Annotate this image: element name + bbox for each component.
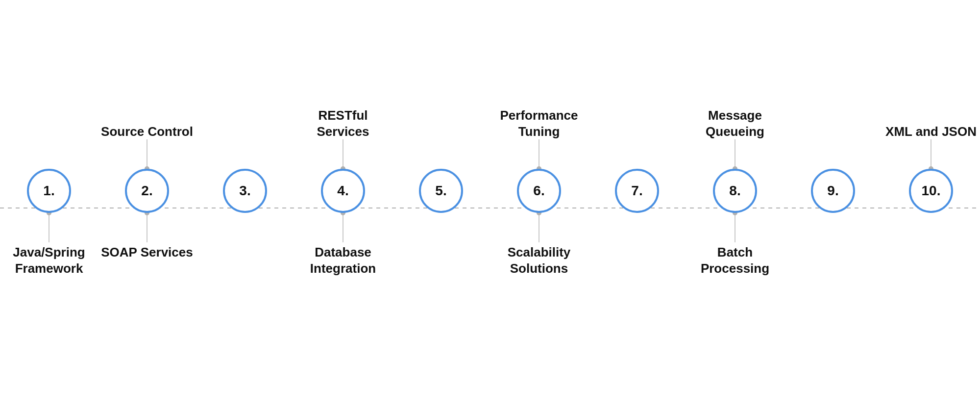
step-col-8: MessageQueueing8.BatchProcessing: [686, 61, 784, 355]
step-circle-8[interactable]: 8.: [713, 169, 757, 213]
connector-bottom-4: [343, 213, 343, 242]
label-bottom-8: BatchProcessing: [701, 242, 769, 301]
step-circle-9[interactable]: 9.: [811, 169, 855, 213]
step-col-6: PerformanceTuning6.ScalabilitySolutions: [490, 61, 588, 355]
connector-top-4: [343, 139, 343, 169]
connector-bottom-1: [49, 213, 49, 242]
connector-bottom-2: [147, 213, 147, 242]
label-top-8: MessageQueueing: [706, 61, 764, 139]
step-col-7: 7.: [588, 61, 686, 355]
step-circle-3[interactable]: 3.: [223, 169, 267, 213]
connector-top-10: [931, 139, 931, 169]
step-circle-5[interactable]: 5.: [419, 169, 463, 213]
step-circle-6[interactable]: 6.: [517, 169, 561, 213]
connector-top-6: [539, 139, 539, 169]
step-circle-7[interactable]: 7.: [615, 169, 659, 213]
step-circle-1[interactable]: 1.: [27, 169, 71, 213]
label-top-10: XML and JSON: [885, 61, 977, 139]
step-col-3: 3.: [196, 61, 294, 355]
step-col-4: RESTfulServices4.DatabaseIntegration: [294, 61, 392, 355]
connector-bottom-8: [735, 213, 735, 242]
step-circle-2[interactable]: 2.: [125, 169, 169, 213]
step-col-2: Source Control2.SOAP Services: [98, 61, 196, 355]
step-circle-10[interactable]: 10.: [909, 169, 953, 213]
label-top-6: PerformanceTuning: [500, 61, 578, 139]
connector-top-2: [147, 139, 147, 169]
label-bottom-2: SOAP Services: [101, 242, 193, 301]
connector-top-8: [735, 139, 735, 169]
step-col-10: XML and JSON10.: [882, 61, 980, 355]
label-bottom-6: ScalabilitySolutions: [508, 242, 571, 301]
timeline: 1.Java/SpringFrameworkSource Control2.SO…: [0, 61, 980, 355]
step-col-1: 1.Java/SpringFramework: [0, 61, 98, 355]
label-top-2: Source Control: [101, 61, 193, 139]
step-col-9: 9.: [784, 61, 882, 355]
label-top-4: RESTfulServices: [317, 61, 369, 139]
step-circle-4[interactable]: 4.: [321, 169, 365, 213]
connector-bottom-6: [539, 213, 539, 242]
label-bottom-1: Java/SpringFramework: [13, 242, 85, 301]
step-col-5: 5.: [392, 61, 490, 355]
label-bottom-4: DatabaseIntegration: [310, 242, 376, 301]
